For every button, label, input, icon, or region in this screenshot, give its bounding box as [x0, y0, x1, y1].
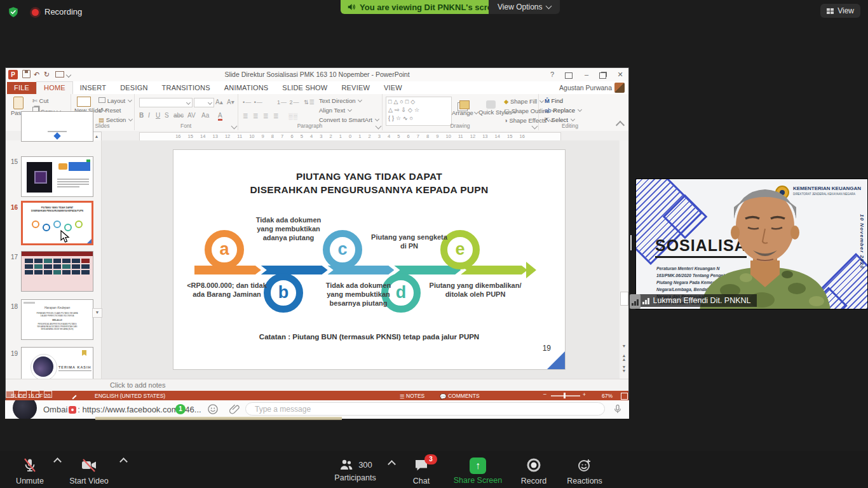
reactions-button[interactable]: Reactions [562, 458, 607, 485]
replace-button[interactable]: ab Replace [545, 107, 581, 114]
fit-slide-to-window-button[interactable] [621, 393, 628, 400]
character-spacing-button[interactable]: AV [187, 112, 196, 119]
next-slide-button[interactable]: ▼▼ [620, 364, 628, 374]
change-case-button[interactable]: Aa [201, 112, 209, 119]
quick-styles-button[interactable]: Quick Styles [478, 100, 503, 116]
help-button[interactable]: ? [546, 70, 558, 79]
attachment-paperclip-icon[interactable] [229, 403, 240, 416]
arrange-button[interactable]: Arrange [452, 100, 477, 116]
text-shadow-button[interactable]: S [165, 112, 169, 119]
zoom-percent[interactable]: 67% [602, 393, 613, 399]
notes-toggle[interactable]: ☰ NOTES [400, 393, 424, 400]
chat-contact-avatar[interactable] [13, 400, 37, 419]
scroll-down-button[interactable]: ▼ [620, 342, 628, 351]
tab-transitions[interactable]: TRANSITIONS [155, 82, 217, 94]
video-panel-handle[interactable] [630, 294, 641, 309]
restore-button[interactable] [599, 72, 606, 79]
justify-button[interactable]: ☰ [273, 113, 279, 119]
find-button[interactable]: M̂ Find [545, 97, 563, 104]
zoom-in-button[interactable]: + [583, 391, 586, 398]
record-button[interactable]: Record [516, 458, 552, 485]
align-text-button[interactable]: Align Text [319, 107, 351, 114]
chat-label: Chat [404, 477, 438, 485]
chat-button[interactable]: Chat 3 [404, 458, 438, 485]
thumbnail-slide-17[interactable] [21, 251, 93, 292]
close-button[interactable]: ✕ [614, 70, 626, 79]
tab-file[interactable]: FILE [7, 82, 36, 94]
language-status[interactable]: ENGLISH (UNITED STATES) [95, 393, 165, 399]
zoom-slider-track[interactable] [551, 395, 580, 396]
pen-status-icon[interactable] [72, 393, 77, 399]
notes-pane[interactable]: Click to add notes [6, 379, 628, 391]
strikethrough-button[interactable]: abc [173, 112, 184, 119]
voice-message-mic-icon[interactable] [613, 403, 623, 416]
tab-design[interactable]: DESIGN [113, 82, 154, 94]
line-spacing-button[interactable]: ⇅☰ [304, 99, 315, 105]
account-avatar[interactable] [614, 83, 625, 93]
reset-button[interactable]: ↺ Reset [98, 107, 121, 114]
chat-app-strip: Ombai: https://www.facebook.com/546... 1… [5, 400, 629, 419]
tab-animations[interactable]: ANIMATIONS [217, 82, 276, 94]
view-button[interactable]: View [820, 4, 860, 18]
chat-message-input[interactable]: Type a message [245, 402, 605, 416]
thumbnail-slide-15[interactable] [21, 156, 93, 197]
layout-button[interactable]: Layout [98, 97, 132, 104]
save-button[interactable] [22, 70, 31, 78]
tab-home[interactable]: HOME [36, 81, 73, 94]
numbering-button[interactable]: 1— 2— [277, 99, 300, 105]
thumbnails-scroll-down-button[interactable]: ▼ [92, 308, 102, 318]
video-options-chevron-icon[interactable] [119, 458, 128, 466]
scrollbar-thumb[interactable] [620, 292, 628, 306]
shapes-gallery[interactable]: □△○□◇△⇨⇩◇☆{}☆∿○ [386, 97, 452, 126]
participants-chevron-icon[interactable] [388, 460, 396, 468]
tab-review[interactable]: REVIEW [334, 82, 377, 94]
columns-button[interactable]: ░░ [288, 113, 298, 119]
tab-slideshow[interactable]: SLIDE SHOW [275, 82, 334, 94]
start-from-beginning-button[interactable] [55, 71, 64, 78]
font-name-combobox[interactable] [139, 98, 193, 107]
main-vertical-scrollbar[interactable]: ▼ ▲▲ ▼▼ [620, 140, 628, 379]
tab-insert[interactable]: INSERT [73, 82, 113, 94]
minimize-button[interactable]: – [581, 70, 592, 79]
thumbnail-slide-14[interactable] [21, 111, 93, 142]
bold-button[interactable]: B [139, 112, 144, 119]
redo-button[interactable]: ↻ [44, 68, 50, 81]
italic-button[interactable]: I [148, 112, 150, 119]
text-direction-button[interactable]: Text Direction [319, 97, 362, 104]
align-left-button[interactable]: ☰ [243, 113, 248, 119]
grow-font-button[interactable]: A▴ [215, 98, 223, 105]
font-color-button[interactable]: A [218, 112, 222, 121]
participants-button[interactable]: 300 Participants [328, 458, 383, 482]
slide-canvas[interactable]: PIUTANG YANG TIDAK DAPAT DISERAHKAN PENG… [173, 150, 565, 369]
thumbnail-slide-18[interactable]: Harapan Kedepan PERANAN PENGELOLAAN PIUT… [21, 299, 93, 340]
align-center-button[interactable]: ☰ [253, 113, 259, 119]
zoom-slider-thumb[interactable] [564, 393, 566, 398]
unmute-button[interactable]: Unmute [9, 458, 51, 485]
speaker-video-tile[interactable]: KEMENTERIAN KEUANGAN DIREKTORAT JENDERAL… [635, 179, 868, 309]
notes-placeholder[interactable]: Click to add notes [110, 381, 165, 389]
security-shield-icon[interactable] [8, 6, 19, 18]
bullets-button[interactable]: •— •— [243, 99, 263, 105]
thumbnail-number-16: 16 [11, 204, 20, 211]
thumbnail-slide-16-selected[interactable]: PIUTANG YANG TIDAK DAPAT DISERAHKAN PENG… [21, 201, 93, 245]
ribbon-display-options-button[interactable] [565, 72, 573, 79]
emoji-smiley-icon[interactable] [207, 403, 219, 415]
share-screen-button[interactable]: ↑ Share Screen [449, 458, 507, 485]
cut-button[interactable]: ✄ Cut [32, 97, 48, 104]
undo-button[interactable]: ↶ [34, 68, 39, 81]
tab-view[interactable]: VIEW [377, 82, 409, 94]
account-name[interactable]: Agustan Purwana [559, 84, 612, 92]
shrink-font-button[interactable]: A▾ [227, 98, 234, 105]
underline-button[interactable]: U [156, 112, 160, 119]
unmute-options-chevron-icon[interactable] [53, 458, 62, 466]
view-options-button[interactable]: View Options [489, 0, 560, 14]
align-right-button[interactable]: ☰ [263, 113, 269, 119]
shape-fill-button[interactable]: ◆ Shape Fill [504, 98, 543, 105]
zoom-out-button[interactable]: – [543, 391, 546, 397]
comments-toggle[interactable]: 💬 COMMENTS [440, 393, 480, 400]
collapse-ribbon-chevron-icon[interactable] [616, 121, 625, 130]
font-size-combobox[interactable] [194, 98, 214, 107]
record-icon [526, 458, 541, 473]
start-video-button[interactable]: Start Video [65, 458, 113, 485]
previous-slide-button[interactable]: ▲▲ [620, 353, 628, 362]
